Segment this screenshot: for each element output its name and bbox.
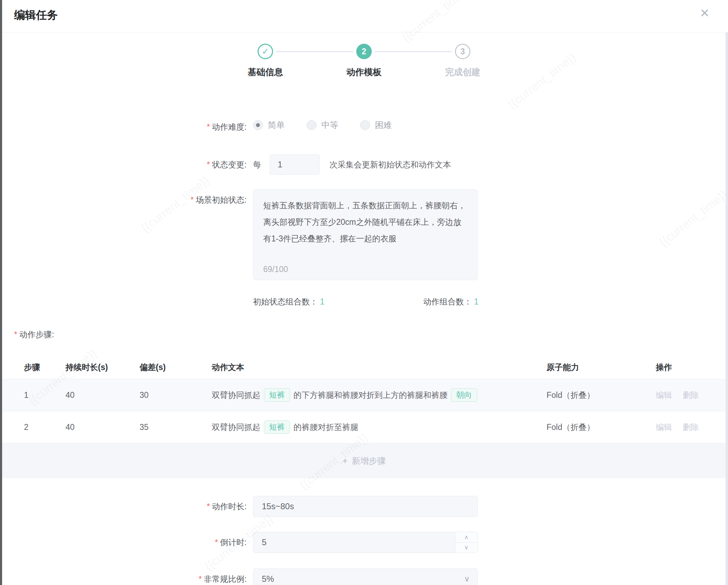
- ability-cell: Fold（折叠）: [547, 390, 656, 401]
- edit-task-dialog: {{current_time}} {{current_time}} {{curr…: [0, 0, 728, 585]
- object-tag: 短裤: [264, 388, 290, 402]
- combo-counts-row: 初始状态组合数：1 动作组合数：1: [0, 296, 728, 307]
- action-steps-table: 步骤 持续时长(s) 偏差(s) 动作文本 原子能力 操作 1 40 30 双臂…: [0, 356, 728, 478]
- table-row: 1 40 30 双臂协同抓起 短裤 的下方裤腿和裤腰对折到上方的裤腿和裤腰 朝向…: [0, 379, 728, 411]
- step-number-cell: 2: [24, 423, 66, 432]
- required-asterisk: *: [191, 195, 194, 204]
- radio-circle-icon: [360, 120, 370, 130]
- initial-state-textarea[interactable]: 短裤五条数据背面朝上，五条数据正面朝上，裤腰朝右，离头部视野下方至少20cm之外…: [253, 189, 478, 280]
- delete-link[interactable]: 删除: [683, 423, 699, 432]
- state-change-prefix: 每: [253, 159, 261, 170]
- action-text-cell: 双臂协同抓起 短裤 的裤腰对折至裤腿: [212, 420, 547, 434]
- required-asterisk: *: [207, 122, 210, 131]
- state-change-label: *状态变更:: [0, 154, 247, 175]
- difficulty-label: *动作难度:: [0, 119, 247, 134]
- action-text: 双臂协同抓起: [212, 390, 260, 401]
- action-combo-count: 动作组合数：1: [423, 296, 479, 307]
- edit-link[interactable]: 编辑: [656, 390, 672, 400]
- add-step-button[interactable]: + 新增步骤: [0, 443, 728, 478]
- step-label: 基础信息: [248, 66, 283, 78]
- radio-medium[interactable]: 中等: [307, 119, 338, 131]
- edit-link[interactable]: 编辑: [656, 423, 672, 432]
- initial-state-text: 短裤五条数据背面朝上，五条数据正面朝上，裤腰朝右，离头部视野下方至少20cm之外…: [263, 197, 468, 247]
- col-operation: 操作: [656, 362, 728, 373]
- col-action-text: 动作文本: [212, 362, 547, 373]
- deviation-cell: 35: [140, 423, 212, 432]
- action-text: 的下方裤腿和裤腰对折到上方的裤腿和裤腰: [294, 390, 448, 401]
- deviation-cell: 30: [140, 390, 212, 400]
- countdown-row: *倒计时: 5 ∧ ∨: [0, 532, 728, 553]
- step-number: 3: [455, 44, 470, 59]
- dialog-title: 编辑任务: [14, 8, 58, 23]
- radio-circle-icon: [253, 120, 263, 130]
- chevron-up-icon: ∧: [464, 534, 468, 541]
- operations-cell: 编辑 删除: [656, 390, 728, 401]
- number-stepper: ∧ ∨: [455, 532, 477, 553]
- action-text: 双臂协同抓起: [212, 422, 260, 433]
- radio-easy[interactable]: 简单: [253, 119, 285, 131]
- col-step: 步骤: [24, 362, 66, 373]
- required-asterisk: *: [199, 574, 202, 584]
- countdown-input[interactable]: 5 ∧ ∨: [253, 532, 478, 553]
- unusual-ratio-label: *非常规比例:: [0, 568, 247, 585]
- required-asterisk: *: [207, 160, 210, 169]
- ability-cell: Fold（折叠）: [547, 422, 656, 433]
- char-counter: 69/100: [263, 265, 288, 274]
- initial-state-label: *场景初始状态:: [0, 189, 247, 210]
- required-asterisk: *: [215, 538, 218, 547]
- col-deviation: 偏差(s): [140, 362, 212, 373]
- step-complete-creation: 3 完成创建: [413, 44, 512, 78]
- check-icon: ✓: [258, 44, 273, 59]
- chevron-down-icon: ∨: [464, 544, 468, 551]
- action-duration-row: *动作时长: 15s~80s: [0, 496, 728, 517]
- initial-state-combo-count: 初始状态组合数：1: [253, 296, 325, 307]
- state-change-input[interactable]: 1: [270, 154, 320, 175]
- duration-cell: 40: [66, 423, 140, 432]
- countdown-label: *倒计时:: [0, 532, 247, 553]
- radio-label: 中等: [321, 119, 338, 131]
- operations-cell: 编辑 删除: [656, 422, 728, 433]
- action-combo-value: 1: [474, 297, 479, 306]
- radio-hard[interactable]: 困难: [360, 119, 392, 131]
- step-number-cell: 1: [24, 390, 66, 400]
- stepper-decrease-button[interactable]: ∨: [455, 543, 477, 553]
- state-change-row: *状态变更: 每 1 次采集会更新初始状态和动作文本: [0, 154, 728, 175]
- step-label: 完成创建: [445, 66, 480, 78]
- delete-link[interactable]: 删除: [683, 390, 699, 400]
- object-tag: 短裤: [264, 420, 290, 434]
- duration-input[interactable]: 15s~80s: [253, 496, 478, 517]
- add-step-label: 新增步骤: [352, 455, 386, 467]
- duration-label: *动作时长:: [0, 496, 247, 517]
- required-asterisk: *: [207, 502, 210, 511]
- unusual-ratio-value: 5%: [262, 574, 274, 584]
- required-asterisk: *: [14, 330, 17, 339]
- state-change-suffix: 次采集会更新初始状态和动作文本: [329, 159, 451, 170]
- radio-circle-icon: [307, 120, 316, 130]
- watermark: {{current_time}}: [505, 50, 579, 112]
- action-text-cell: 双臂协同抓起 短裤 的下方裤腿和裤腰对折到上方的裤腿和裤腰 朝向: [212, 388, 547, 402]
- initial-state-row: *场景初始状态: 短裤五条数据背面朝上，五条数据正面朝上，裤腰朝右，离头部视野下…: [0, 189, 728, 280]
- stepper-increase-button[interactable]: ∧: [455, 532, 477, 543]
- backdrop-left-edge: [0, 0, 2, 585]
- unusual-ratio-row: *非常规比例: 5% ∨: [0, 568, 728, 585]
- radio-label: 困难: [375, 119, 392, 131]
- chevron-down-icon: ∨: [464, 574, 470, 584]
- wizard-stepper: ✓ 基础信息 2 动作模板 3 完成创建: [216, 44, 512, 78]
- orientation-tag: 朝向: [451, 388, 477, 402]
- step-basic-info: ✓ 基础信息: [216, 44, 315, 78]
- col-duration: 持续时长(s): [66, 362, 140, 373]
- step-action-template: 2 动作模板: [315, 44, 413, 78]
- action-text: 的裤腰对折至裤腿: [294, 422, 358, 433]
- radio-label: 简单: [268, 119, 285, 131]
- initial-combo-value: 1: [320, 297, 325, 306]
- step-label: 动作模板: [346, 66, 382, 78]
- dialog-header: 编辑任务 ✕: [0, 0, 728, 32]
- action-steps-label: *动作步骤:: [14, 329, 728, 340]
- close-icon[interactable]: ✕: [700, 7, 710, 19]
- duration-cell: 40: [66, 390, 140, 400]
- plus-icon: +: [342, 455, 347, 466]
- table-row: 2 40 35 双臂协同抓起 短裤 的裤腰对折至裤腿 Fold（折叠） 编辑 删…: [0, 411, 728, 443]
- backdrop-right-edge: [726, 32, 728, 585]
- unusual-ratio-select[interactable]: 5% ∨: [253, 568, 478, 585]
- step-number: 2: [356, 44, 372, 59]
